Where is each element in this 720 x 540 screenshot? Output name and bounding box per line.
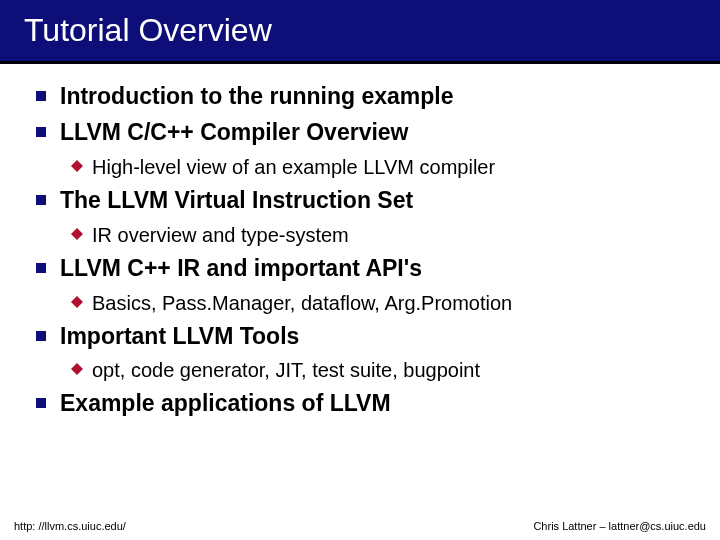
svg-marker-3: [71, 363, 83, 375]
list-item: Example applications of LLVM: [36, 389, 692, 419]
footer-url: http: //llvm.cs.uiuc.edu/: [14, 520, 126, 532]
subitem-text: Basics, Pass.Manager, dataflow, Arg.Prom…: [92, 290, 512, 316]
square-bullet-icon: [36, 331, 46, 341]
sub-list-item: IR overview and type-system: [70, 222, 692, 248]
sub-list-item: opt, code generator, JIT, test suite, bu…: [70, 357, 692, 383]
sub-list-item: High-level view of an example LLVM compi…: [70, 154, 692, 180]
item-text: Introduction to the running example: [60, 82, 454, 112]
square-bullet-icon: [36, 195, 46, 205]
subitem-text: High-level view of an example LLVM compi…: [92, 154, 495, 180]
footer: http: //llvm.cs.uiuc.edu/ Chris Lattner …: [0, 520, 720, 532]
footer-author: Chris Lattner – lattner@cs.uiuc.edu: [533, 520, 706, 532]
diamond-bullet-icon: [70, 362, 84, 376]
slide-title: Tutorial Overview: [24, 12, 720, 49]
diamond-bullet-icon: [70, 227, 84, 241]
item-text: The LLVM Virtual Instruction Set: [60, 186, 413, 216]
svg-marker-2: [71, 296, 83, 308]
square-bullet-icon: [36, 91, 46, 101]
list-item: LLVM C++ IR and important API's: [36, 254, 692, 284]
title-bar: Tutorial Overview: [0, 0, 720, 64]
subitem-text: IR overview and type-system: [92, 222, 349, 248]
item-text: LLVM C++ IR and important API's: [60, 254, 422, 284]
diamond-bullet-icon: [70, 159, 84, 173]
diamond-bullet-icon: [70, 295, 84, 309]
list-item: LLVM C/C++ Compiler Overview: [36, 118, 692, 148]
item-text: LLVM C/C++ Compiler Overview: [60, 118, 409, 148]
svg-marker-0: [71, 160, 83, 172]
square-bullet-icon: [36, 263, 46, 273]
list-item: Introduction to the running example: [36, 82, 692, 112]
item-text: Important LLVM Tools: [60, 322, 299, 352]
svg-marker-1: [71, 228, 83, 240]
square-bullet-icon: [36, 127, 46, 137]
slide-content: Introduction to the running example LLVM…: [0, 64, 720, 419]
sub-list-item: Basics, Pass.Manager, dataflow, Arg.Prom…: [70, 290, 692, 316]
list-item: The LLVM Virtual Instruction Set: [36, 186, 692, 216]
square-bullet-icon: [36, 398, 46, 408]
item-text: Example applications of LLVM: [60, 389, 391, 419]
subitem-text: opt, code generator, JIT, test suite, bu…: [92, 357, 480, 383]
list-item: Important LLVM Tools: [36, 322, 692, 352]
